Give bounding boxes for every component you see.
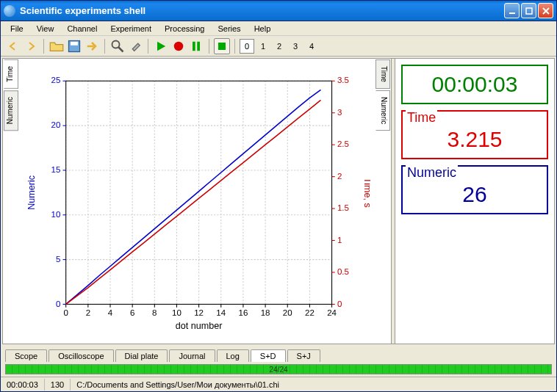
svg-text:dot number: dot number — [176, 321, 223, 331]
separator — [148, 39, 148, 54]
tab-sd[interactable]: S+D — [251, 349, 286, 362]
svg-text:20: 20 — [283, 308, 292, 317]
status-count: 130 — [45, 379, 71, 391]
tab-scope[interactable]: Scope — [5, 349, 47, 362]
channel-2[interactable]: 2 — [272, 39, 287, 54]
time-label: Time — [406, 110, 437, 126]
menu-series[interactable]: Series — [211, 23, 247, 35]
svg-text:25: 25 — [51, 76, 61, 84]
svg-text:1.5: 1.5 — [337, 203, 349, 212]
channel-0[interactable]: 0 — [240, 39, 254, 54]
menu-processing[interactable]: Processing — [158, 23, 211, 35]
separator — [234, 39, 235, 54]
svg-text:1: 1 — [337, 236, 342, 244]
channel-4[interactable]: 4 — [304, 39, 319, 54]
svg-text:0: 0 — [63, 308, 68, 317]
svg-rect-8 — [197, 41, 200, 51]
svg-point-6 — [174, 41, 184, 51]
progress-bar: 24/24 — [5, 364, 552, 374]
menu-channel[interactable]: Channel — [60, 23, 104, 35]
svg-text:3.5: 3.5 — [337, 76, 349, 84]
tab-oscilloscope[interactable]: Oscilloscope — [48, 349, 113, 362]
svg-text:18: 18 — [261, 308, 270, 317]
channel-1[interactable]: 1 — [256, 39, 270, 54]
svg-text:12: 12 — [194, 308, 204, 317]
svg-text:4: 4 — [108, 308, 113, 317]
separator — [209, 39, 209, 54]
svg-text:2: 2 — [337, 172, 342, 181]
separator — [104, 39, 105, 54]
line-chart: 051015202500.511.522.533.502468101214161… — [24, 65, 370, 341]
save-button[interactable] — [66, 38, 82, 54]
status-path: C:/Documents and Settings/User/Мои докум… — [71, 379, 556, 391]
nav-back-button[interactable] — [5, 38, 21, 54]
svg-text:8: 8 — [152, 308, 157, 317]
svg-text:0: 0 — [56, 300, 60, 308]
svg-text:0.5: 0.5 — [337, 267, 349, 276]
vtab-left-time[interactable]: Time — [4, 59, 18, 89]
left-vtabs: Time Numeric — [3, 59, 19, 344]
svg-line-5 — [118, 47, 123, 51]
svg-text:16: 16 — [239, 308, 248, 317]
time-value: 3.215 — [409, 127, 541, 152]
window-title: Scientific experiments shell — [20, 5, 504, 16]
svg-text:20: 20 — [51, 120, 61, 129]
settings-button[interactable] — [127, 38, 143, 54]
menubar: File View Channel Experiment Processing … — [1, 21, 556, 36]
play-button[interactable] — [153, 38, 169, 54]
tab-sj[interactable]: S+J — [287, 349, 320, 362]
svg-text:15: 15 — [51, 165, 61, 174]
progress-row: 24/24 — [1, 362, 556, 377]
stop-button[interactable] — [214, 38, 230, 54]
svg-text:22: 22 — [305, 308, 315, 317]
right-vtabs: Time Numeric — [375, 59, 391, 344]
pause-button[interactable] — [188, 38, 204, 54]
minimize-button[interactable] — [504, 3, 520, 18]
readout-clock: 00:00:03 — [401, 65, 548, 104]
separator — [43, 39, 44, 54]
menu-file[interactable]: File — [4, 23, 30, 35]
window-controls — [504, 3, 553, 18]
zoom-button[interactable] — [109, 38, 126, 54]
svg-rect-0 — [509, 12, 515, 14]
vtab-right-time[interactable]: Time — [375, 59, 390, 89]
status-bar: 00:00:03 130 C:/Documents and Settings/U… — [1, 377, 556, 391]
svg-rect-9 — [218, 43, 226, 50]
vtab-left-numeric[interactable]: Numeric — [4, 90, 18, 131]
tab-journal[interactable]: Journal — [169, 349, 215, 362]
chart-zone: Time Numeric 051015202500.511.522.533.50… — [3, 59, 391, 344]
nav-forward-button[interactable] — [23, 38, 39, 54]
vtab-right-numeric[interactable]: Numeric — [375, 90, 390, 131]
tab-log[interactable]: Log — [217, 349, 249, 362]
svg-text:6: 6 — [130, 308, 134, 317]
window-titlebar: Scientific experiments shell — [1, 1, 556, 21]
progress-label: 24/24 — [269, 366, 287, 374]
open-button[interactable] — [48, 38, 65, 54]
svg-rect-3 — [71, 41, 78, 45]
svg-text:10: 10 — [172, 308, 182, 317]
readout-panel: 00:00:03 Time 3.215 Numeric 26 — [395, 59, 554, 344]
record-button[interactable] — [170, 38, 187, 54]
svg-text:0: 0 — [337, 300, 342, 308]
svg-text:14: 14 — [216, 308, 226, 317]
chart-area: 051015202500.511.522.533.502468101214161… — [19, 59, 375, 344]
export-button[interactable] — [84, 38, 100, 54]
numeric-value: 26 — [409, 182, 541, 207]
status-elapsed: 00:00:03 — [1, 379, 45, 391]
numeric-label: Numeric — [406, 165, 458, 181]
tab-dial-plate[interactable]: Dial plate — [115, 349, 168, 362]
close-button[interactable] — [538, 3, 553, 18]
svg-text:Time, s: Time, s — [362, 178, 370, 208]
readout-numeric: Numeric 26 — [401, 165, 548, 214]
app-icon — [4, 5, 15, 17]
menu-help[interactable]: Help — [248, 23, 278, 35]
readout-time: Time 3.215 — [401, 110, 548, 159]
svg-text:3: 3 — [337, 108, 342, 117]
menu-view[interactable]: View — [30, 23, 61, 35]
clock-value: 00:00:03 — [409, 72, 541, 97]
menu-experiment[interactable]: Experiment — [104, 23, 158, 35]
maximize-button[interactable] — [521, 3, 536, 18]
svg-text:Numeric: Numeric — [26, 175, 37, 210]
svg-rect-1 — [526, 8, 532, 14]
channel-3[interactable]: 3 — [288, 39, 303, 54]
